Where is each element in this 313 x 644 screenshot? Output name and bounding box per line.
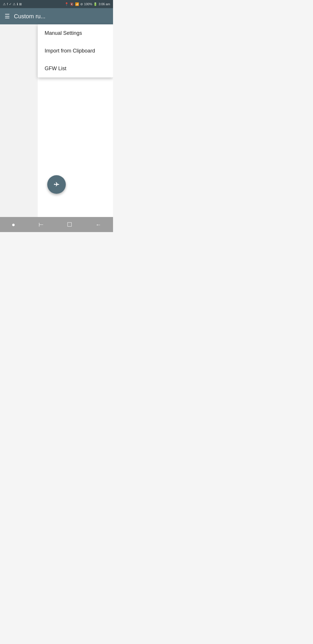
back-button[interactable]: ← — [90, 219, 107, 230]
location-icon: 📍 — [65, 2, 69, 6]
recent-apps-button[interactable]: ⊢ — [33, 219, 49, 230]
airplane-crossed-icon: ✈ — [54, 181, 59, 188]
wifi-icon: 📶 — [75, 2, 79, 6]
check-icon: ✓ — [9, 2, 12, 6]
app-title: Custom ru... — [14, 13, 108, 20]
grid-icon: ⊞ — [19, 2, 22, 6]
battery-icon: 🔋 — [93, 2, 97, 6]
battery-percent: 100% — [84, 2, 92, 6]
hamburger-menu-icon[interactable]: ☰ — [5, 13, 9, 20]
time-display: 3:06 am — [99, 2, 110, 6]
status-left-icons: ⚠ f ✓ ⚠ ℹ ⊞ — [3, 2, 22, 6]
menu-item-manual-settings[interactable]: Manual Settings — [38, 24, 113, 42]
status-right-icons: 📍 🔇 📶 ⊘ 100% 🔋 3:06 am — [65, 2, 110, 6]
menu-item-import-clipboard[interactable]: Import from Clipboard — [38, 42, 113, 60]
facebook-icon: f — [7, 2, 8, 6]
nav-bar: ● ⊢ ☐ ← — [0, 217, 113, 232]
overview-button[interactable]: ☐ — [61, 219, 78, 230]
fab-button[interactable]: ✈ — [47, 175, 66, 194]
warning-icon-1: ⚠ — [3, 2, 6, 6]
status-bar: ⚠ f ✓ ⚠ ℹ ⊞ 📍 🔇 📶 ⊘ 100% 🔋 3:06 am — [0, 0, 113, 8]
mute-icon: 🔇 — [70, 2, 74, 6]
menu-overlay[interactable] — [0, 24, 38, 217]
dropdown-menu: Manual Settings Import from Clipboard GF… — [38, 24, 113, 77]
menu-item-gfw-list[interactable]: GFW List — [38, 60, 113, 77]
warning-icon-2: ⚠ — [13, 2, 16, 6]
block-icon: ⊘ — [80, 2, 83, 6]
info-icon: ℹ — [17, 2, 18, 6]
app-bar: ☰ Custom ru... — [0, 8, 113, 24]
home-button[interactable]: ● — [6, 219, 21, 230]
